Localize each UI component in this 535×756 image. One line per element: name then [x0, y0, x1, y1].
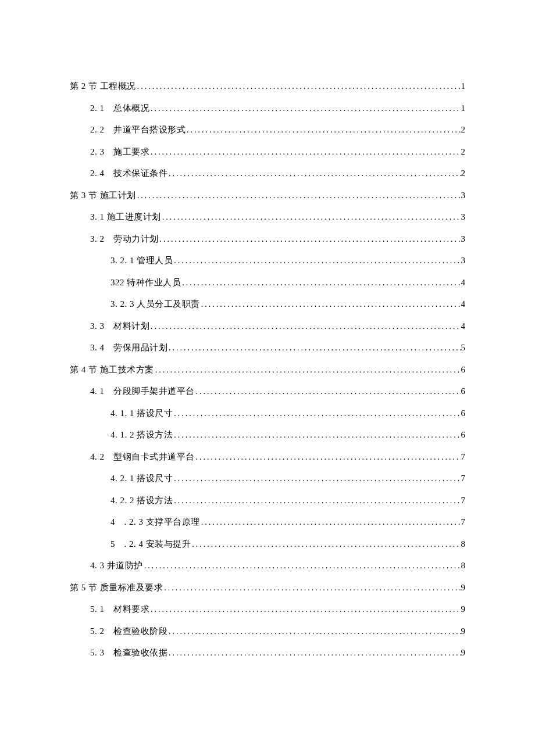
- toc-entry: 3. 1 施工进度计划3: [70, 206, 465, 228]
- toc-entry: 322 特种作业人员 4: [70, 272, 465, 294]
- toc-label: 3. 3 材料计划: [90, 316, 149, 338]
- toc-page-number: 3: [461, 206, 466, 228]
- toc-label: 4 . 2. 3 支撑平台原理: [110, 511, 200, 533]
- toc-dots: [173, 425, 461, 445]
- toc-entry: 5. 2 检查验收阶段 9: [70, 621, 465, 643]
- toc-page-number: 3: [461, 228, 466, 250]
- toc-entry: 3. 2. 1 管理人员 3: [70, 250, 465, 272]
- toc-entry: 2. 4 技术保证条件 2: [70, 163, 465, 185]
- toc-label: 4. 1. 2 搭设方法: [110, 424, 173, 446]
- toc-entry: 4. 1 分段脚手架井道平台6: [70, 381, 465, 403]
- toc-page-number: 5: [461, 337, 466, 359]
- toc-dots: [163, 578, 461, 598]
- toc-dots: [149, 98, 461, 119]
- toc-page-number: 6: [461, 381, 466, 403]
- toc-entry: 2. 1 总体概况1: [70, 98, 465, 120]
- toc-page-number: 7: [461, 468, 466, 490]
- toc-page-number: 2: [461, 163, 466, 185]
- toc-label: 3. 1 施工进度计划: [90, 206, 161, 228]
- toc-page-number: 6: [461, 403, 466, 425]
- toc-label: 5 . 2. 4 安装与提升: [110, 533, 191, 556]
- toc-entry: 5. 3 检查验收依据 9: [70, 642, 465, 664]
- toc-page-number: 3: [461, 250, 466, 272]
- toc-label: 4. 1 分段脚手架井道平台: [90, 381, 195, 403]
- toc-dots: [181, 273, 461, 293]
- toc-dots: [149, 142, 461, 162]
- toc-label: 4. 1. 1 搭设尺寸: [110, 403, 173, 425]
- toc-page-number: 6: [461, 359, 466, 381]
- toc-label: 2. 4 技术保证条件: [90, 163, 167, 185]
- toc-page-number: 9: [461, 621, 466, 643]
- toc-entry: 第 3 节 施工计划3: [70, 185, 465, 207]
- toc-label: 2. 1 总体概况: [90, 98, 149, 120]
- toc-dots: [159, 229, 461, 249]
- page-container: 第 2 节 工程概况12. 1 总体概况12. 2 井道平台搭设形式 22. 3…: [0, 0, 535, 722]
- toc-entry: 5 . 2. 4 安装与提升 8: [70, 533, 465, 556]
- table-of-contents: 第 2 节 工程概况12. 1 总体概况12. 2 井道平台搭设形式 22. 3…: [70, 76, 465, 664]
- toc-page-number: 9: [461, 599, 466, 621]
- toc-label: 2. 2 井道平台搭设形式: [90, 119, 186, 141]
- toc-page-number: 1: [461, 76, 466, 98]
- toc-page-number: 8: [461, 555, 466, 577]
- toc-label: 322 特种作业人员: [110, 272, 181, 294]
- toc-page-number: 8: [461, 533, 466, 556]
- toc-page-number: 7: [461, 511, 466, 533]
- toc-label: 3. 4 劳保用品计划: [90, 337, 167, 359]
- toc-entry: 2. 2 井道平台搭设形式 2: [70, 119, 465, 141]
- toc-label: 第 4 节 施工技术方案: [70, 359, 154, 381]
- toc-page-number: 7: [461, 490, 466, 512]
- toc-dots: [191, 534, 461, 554]
- toc-dots: [200, 294, 461, 314]
- toc-entry: 4 . 2. 3 支撑平台原理 7: [70, 511, 465, 533]
- toc-dots: [186, 120, 461, 140]
- toc-page-number: 2: [461, 141, 466, 163]
- toc-entry: 4. 2. 1 搭设尺寸 7: [70, 468, 465, 490]
- toc-entry: 3. 2. 3 人员分工及职责 4: [70, 293, 465, 316]
- toc-entry: 第 4 节 施工技术方案6: [70, 359, 465, 381]
- toc-dots: [154, 360, 461, 380]
- toc-page-number: 3: [461, 185, 466, 207]
- toc-entry: 3. 4 劳保用品计划 5: [70, 337, 465, 359]
- toc-label: 3. 2. 1 管理人员: [110, 250, 173, 272]
- toc-label: 第 3 节 施工计划: [70, 185, 136, 207]
- toc-dots: [173, 490, 461, 511]
- toc-page-number: 1: [461, 98, 466, 120]
- toc-dots: [136, 76, 461, 96]
- toc-label: 4. 2. 1 搭设尺寸: [110, 468, 173, 490]
- toc-entry: 4. 3 井道防护8: [70, 555, 465, 577]
- toc-page-number: 4: [461, 316, 466, 338]
- toc-dots: [161, 207, 461, 227]
- toc-entry: 4. 2. 2 搭设方法7: [70, 490, 465, 512]
- toc-dots: [143, 556, 461, 576]
- toc-entry: 3. 3 材料计划 4: [70, 316, 465, 338]
- toc-entry: 4. 1. 2 搭设方法6: [70, 424, 465, 446]
- toc-dots: [149, 316, 461, 336]
- toc-entry: 第 2 节 工程概况1: [70, 76, 465, 98]
- toc-dots: [136, 185, 461, 206]
- toc-dots: [173, 250, 461, 271]
- toc-dots: [167, 643, 461, 663]
- toc-page-number: 4: [461, 293, 466, 316]
- toc-entry: 5. 1 材料要求9: [70, 599, 465, 621]
- toc-label: 第 2 节 工程概况: [70, 76, 136, 98]
- toc-dots: [167, 338, 461, 358]
- toc-label: 3. 2 劳动力计划: [90, 228, 159, 250]
- toc-page-number: 9: [461, 642, 466, 664]
- toc-label: 第 5 节 质量标准及要求: [70, 577, 163, 599]
- toc-entry: 4. 2 型钢自卡式井道平台 7: [70, 446, 465, 468]
- toc-dots: [149, 599, 461, 619]
- toc-dots: [173, 403, 461, 424]
- toc-dots: [167, 163, 461, 184]
- toc-page-number: 7: [461, 446, 466, 468]
- toc-entry: 4. 1. 1 搭设尺寸 6: [70, 403, 465, 425]
- toc-entry: 2. 3 施工要求 2: [70, 141, 465, 163]
- toc-page-number: 6: [461, 424, 466, 446]
- toc-label: 5. 2 检查验收阶段: [90, 621, 167, 643]
- toc-page-number: 2: [461, 119, 466, 141]
- toc-dots: [167, 621, 461, 642]
- toc-page-number: 9: [461, 577, 466, 599]
- toc-label: 4. 2. 2 搭设方法: [110, 490, 173, 512]
- toc-label: 2. 3 施工要求: [90, 141, 149, 163]
- toc-label: 3. 2. 3 人员分工及职责: [110, 293, 200, 316]
- toc-entry: 第 5 节 质量标准及要求9: [70, 577, 465, 599]
